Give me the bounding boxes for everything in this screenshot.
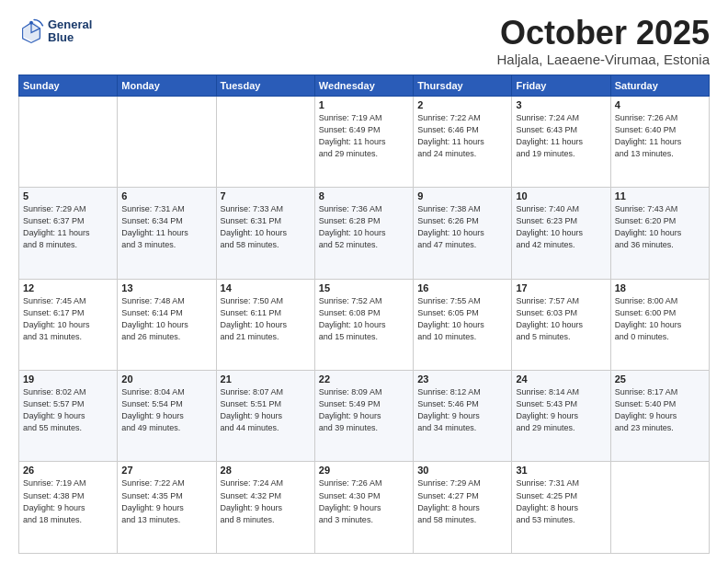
- logo-icon: [18, 18, 44, 44]
- logo-line2: Blue: [48, 31, 92, 44]
- day-number: 7: [221, 190, 311, 201]
- header-thursday: Thursday: [414, 75, 512, 96]
- day-number: 13: [121, 282, 211, 293]
- day-info: Sunrise: 7:22 AM Sunset: 6:46 PM Dayligh…: [417, 112, 507, 160]
- calendar-cell: 8Sunrise: 7:36 AM Sunset: 6:28 PM Daylig…: [314, 188, 413, 279]
- day-number: 10: [516, 190, 606, 201]
- month-title: October 2025: [496, 15, 710, 52]
- calendar-cell: 28Sunrise: 7:24 AM Sunset: 4:32 PM Dayli…: [216, 462, 314, 554]
- day-number: 9: [417, 190, 507, 201]
- day-number: 26: [23, 465, 113, 476]
- header-monday: Monday: [118, 75, 216, 96]
- day-info: Sunrise: 7:57 AM Sunset: 6:03 PM Dayligh…: [516, 295, 606, 343]
- calendar-cell: 21Sunrise: 8:07 AM Sunset: 5:51 PM Dayli…: [216, 371, 314, 462]
- calendar-cell: 18Sunrise: 8:00 AM Sunset: 6:00 PM Dayli…: [610, 279, 709, 370]
- day-number: 15: [319, 282, 409, 293]
- week-row-4: 26Sunrise: 7:19 AM Sunset: 4:38 PM Dayli…: [19, 462, 710, 554]
- calendar-cell: 26Sunrise: 7:19 AM Sunset: 4:38 PM Dayli…: [19, 462, 118, 554]
- logo: General Blue: [18, 18, 92, 45]
- logo-line1: General: [48, 18, 92, 31]
- location-subtitle: Haljala, Laeaene-Virumaa, Estonia: [496, 52, 710, 67]
- day-info: Sunrise: 8:14 AM Sunset: 5:43 PM Dayligh…: [516, 386, 606, 434]
- calendar-cell: 15Sunrise: 7:52 AM Sunset: 6:08 PM Dayli…: [314, 279, 413, 370]
- calendar-cell: 17Sunrise: 7:57 AM Sunset: 6:03 PM Dayli…: [512, 279, 610, 370]
- day-info: Sunrise: 8:09 AM Sunset: 5:49 PM Dayligh…: [319, 386, 409, 434]
- header-sunday: Sunday: [19, 75, 118, 96]
- day-info: Sunrise: 7:45 AM Sunset: 6:17 PM Dayligh…: [23, 295, 113, 343]
- calendar-cell: 19Sunrise: 8:02 AM Sunset: 5:57 PM Dayli…: [19, 371, 118, 462]
- day-number: 16: [417, 282, 507, 293]
- day-number: 11: [615, 190, 705, 201]
- calendar-cell: [610, 462, 709, 554]
- week-row-2: 12Sunrise: 7:45 AM Sunset: 6:17 PM Dayli…: [19, 279, 710, 370]
- day-info: Sunrise: 7:43 AM Sunset: 6:20 PM Dayligh…: [615, 203, 705, 251]
- calendar-cell: 4Sunrise: 7:26 AM Sunset: 6:40 PM Daylig…: [610, 96, 709, 187]
- week-row-3: 19Sunrise: 8:02 AM Sunset: 5:57 PM Dayli…: [19, 371, 710, 462]
- calendar-cell: 9Sunrise: 7:38 AM Sunset: 6:26 PM Daylig…: [414, 188, 512, 279]
- day-info: Sunrise: 7:38 AM Sunset: 6:26 PM Dayligh…: [417, 203, 507, 251]
- week-row-1: 5Sunrise: 7:29 AM Sunset: 6:37 PM Daylig…: [19, 188, 710, 279]
- calendar-cell: 23Sunrise: 8:12 AM Sunset: 5:46 PM Dayli…: [414, 371, 512, 462]
- calendar-cell: [19, 96, 118, 187]
- day-info: Sunrise: 8:02 AM Sunset: 5:57 PM Dayligh…: [23, 386, 113, 434]
- logo-text: General Blue: [48, 18, 92, 45]
- calendar-cell: 7Sunrise: 7:33 AM Sunset: 6:31 PM Daylig…: [216, 188, 314, 279]
- calendar-cell: 24Sunrise: 8:14 AM Sunset: 5:43 PM Dayli…: [512, 371, 610, 462]
- day-number: 22: [319, 373, 409, 385]
- day-number: 14: [221, 282, 311, 293]
- day-info: Sunrise: 8:00 AM Sunset: 6:00 PM Dayligh…: [615, 295, 705, 343]
- calendar-cell: 25Sunrise: 8:17 AM Sunset: 5:40 PM Dayli…: [610, 371, 709, 462]
- day-info: Sunrise: 7:19 AM Sunset: 6:49 PM Dayligh…: [319, 112, 409, 160]
- day-info: Sunrise: 7:24 AM Sunset: 4:32 PM Dayligh…: [221, 477, 311, 525]
- day-info: Sunrise: 7:52 AM Sunset: 6:08 PM Dayligh…: [319, 295, 409, 343]
- day-info: Sunrise: 7:33 AM Sunset: 6:31 PM Dayligh…: [221, 203, 311, 251]
- calendar-cell: 6Sunrise: 7:31 AM Sunset: 6:34 PM Daylig…: [118, 188, 216, 279]
- calendar-cell: 27Sunrise: 7:22 AM Sunset: 4:35 PM Dayli…: [118, 462, 216, 554]
- calendar-cell: 5Sunrise: 7:29 AM Sunset: 6:37 PM Daylig…: [19, 188, 118, 279]
- day-info: Sunrise: 7:19 AM Sunset: 4:38 PM Dayligh…: [23, 477, 113, 525]
- calendar-cell: 2Sunrise: 7:22 AM Sunset: 6:46 PM Daylig…: [414, 96, 512, 187]
- day-number: 23: [417, 373, 507, 385]
- day-info: Sunrise: 7:50 AM Sunset: 6:11 PM Dayligh…: [221, 295, 311, 343]
- day-number: 8: [319, 190, 409, 201]
- day-info: Sunrise: 8:12 AM Sunset: 5:46 PM Dayligh…: [417, 386, 507, 434]
- day-number: 12: [23, 282, 113, 293]
- day-number: 17: [516, 282, 606, 293]
- calendar-cell: 12Sunrise: 7:45 AM Sunset: 6:17 PM Dayli…: [19, 279, 118, 370]
- weekday-row: Sunday Monday Tuesday Wednesday Thursday…: [19, 75, 710, 96]
- day-info: Sunrise: 7:26 AM Sunset: 4:30 PM Dayligh…: [319, 477, 409, 525]
- day-number: 28: [221, 465, 311, 476]
- svg-point-2: [29, 21, 33, 25]
- day-number: 5: [23, 190, 113, 201]
- day-info: Sunrise: 8:17 AM Sunset: 5:40 PM Dayligh…: [615, 386, 705, 434]
- day-number: 29: [319, 465, 409, 476]
- header-friday: Friday: [512, 75, 610, 96]
- day-info: Sunrise: 7:40 AM Sunset: 6:23 PM Dayligh…: [516, 203, 606, 251]
- day-info: Sunrise: 7:26 AM Sunset: 6:40 PM Dayligh…: [615, 112, 705, 160]
- day-info: Sunrise: 7:22 AM Sunset: 4:35 PM Dayligh…: [121, 477, 211, 525]
- calendar-header: Sunday Monday Tuesday Wednesday Thursday…: [19, 75, 710, 96]
- week-row-0: 1Sunrise: 7:19 AM Sunset: 6:49 PM Daylig…: [19, 96, 710, 187]
- calendar-cell: 3Sunrise: 7:24 AM Sunset: 6:43 PM Daylig…: [512, 96, 610, 187]
- calendar-cell: 14Sunrise: 7:50 AM Sunset: 6:11 PM Dayli…: [216, 279, 314, 370]
- day-info: Sunrise: 7:36 AM Sunset: 6:28 PM Dayligh…: [319, 203, 409, 251]
- calendar-cell: 31Sunrise: 7:31 AM Sunset: 4:25 PM Dayli…: [512, 462, 610, 554]
- calendar-cell: [118, 96, 216, 187]
- day-info: Sunrise: 7:29 AM Sunset: 4:27 PM Dayligh…: [417, 477, 507, 525]
- calendar-cell: 29Sunrise: 7:26 AM Sunset: 4:30 PM Dayli…: [314, 462, 413, 554]
- day-info: Sunrise: 8:04 AM Sunset: 5:54 PM Dayligh…: [121, 386, 211, 434]
- day-number: 6: [121, 190, 211, 201]
- day-info: Sunrise: 7:55 AM Sunset: 6:05 PM Dayligh…: [417, 295, 507, 343]
- day-number: 2: [417, 99, 507, 110]
- header-wednesday: Wednesday: [314, 75, 413, 96]
- day-number: 31: [516, 465, 606, 476]
- calendar: Sunday Monday Tuesday Wednesday Thursday…: [18, 75, 710, 554]
- calendar-cell: 10Sunrise: 7:40 AM Sunset: 6:23 PM Dayli…: [512, 188, 610, 279]
- calendar-body: 1Sunrise: 7:19 AM Sunset: 6:49 PM Daylig…: [19, 96, 710, 553]
- day-info: Sunrise: 8:07 AM Sunset: 5:51 PM Dayligh…: [221, 386, 311, 434]
- day-number: 1: [319, 99, 409, 110]
- calendar-cell: [216, 96, 314, 187]
- page: General Blue October 2025 Haljala, Laeae…: [0, 0, 728, 563]
- day-info: Sunrise: 7:31 AM Sunset: 6:34 PM Dayligh…: [121, 203, 211, 251]
- day-info: Sunrise: 7:48 AM Sunset: 6:14 PM Dayligh…: [121, 295, 211, 343]
